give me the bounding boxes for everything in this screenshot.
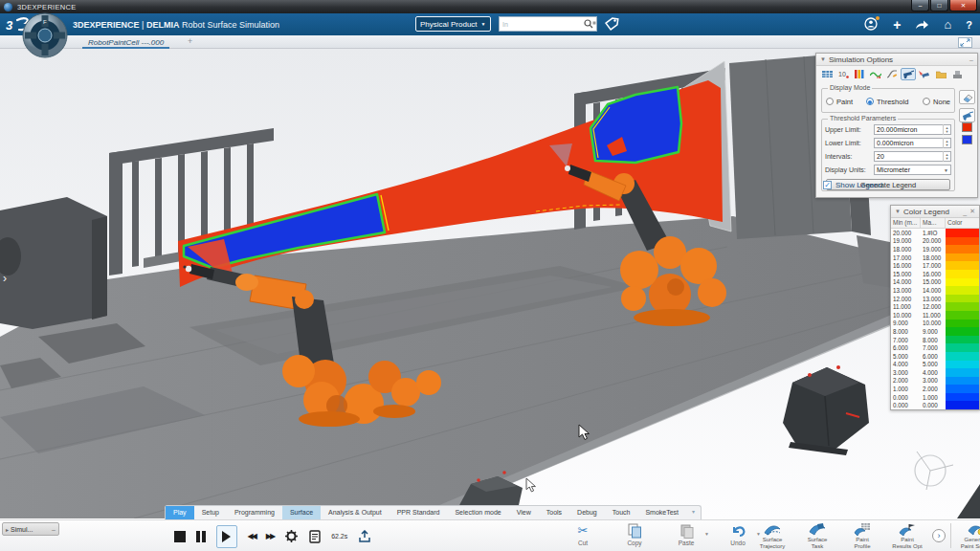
legend-row[interactable]: 5.0006.000: [891, 352, 979, 361]
search-box[interactable]: [499, 16, 597, 32]
paste-button[interactable]: Paste ▼: [670, 522, 702, 546]
undo-button[interactable]: Undo ▼: [722, 522, 754, 546]
context-dropdown[interactable]: Physical Product ▼: [415, 16, 491, 32]
home-icon[interactable]: ⌂: [944, 17, 951, 32]
display-units-dropdown[interactable]: Micrometer▼: [874, 165, 951, 175]
spray-brush-icon[interactable]: [959, 108, 975, 122]
tab-play[interactable]: Play: [166, 506, 194, 519]
legend-row[interactable]: 19.00020.000: [891, 237, 979, 246]
decimal-places-icon[interactable]: 10: [835, 68, 851, 80]
legend-bars-icon[interactable]: [852, 68, 867, 80]
legend-row[interactable]: 14.00015.000: [891, 278, 979, 287]
tab-ppr-standard[interactable]: PPR Standard: [390, 506, 448, 519]
coverage-report-icon[interactable]: [819, 68, 835, 80]
collapse-icon[interactable]: ▼: [820, 56, 826, 62]
legend-row[interactable]: 16.00017.000: [891, 261, 979, 270]
tab-debug[interactable]: Debug: [569, 506, 605, 519]
export-results-icon[interactable]: [358, 530, 371, 543]
simulation-options-header[interactable]: ▼ Simulation Options –: [816, 54, 977, 66]
legend-col-min[interactable]: Min (m...: [891, 218, 921, 228]
upper-limit-color-swatch[interactable]: [962, 122, 972, 132]
paint-profile-button[interactable]: Paint Profile: [842, 521, 882, 549]
document-tab[interactable]: RobotPaintCell ---.000: [82, 35, 169, 49]
close-button[interactable]: ✕: [949, 0, 977, 11]
panel-minimize-icon[interactable]: –: [969, 56, 973, 63]
tab-smoketest[interactable]: SmokeTest: [637, 506, 686, 519]
legend-row[interactable]: 2.0003.000: [891, 377, 979, 386]
spinner-control[interactable]: ▲▼: [943, 124, 950, 135]
legend-row[interactable]: 9.00010.000: [891, 320, 979, 328]
color-legend-header[interactable]: ▼ Color Legend _ ✕: [891, 206, 979, 218]
legend-row[interactable]: 18.00019.000: [891, 245, 979, 253]
legend-row[interactable]: 12.00013.000: [891, 295, 979, 303]
lower-limit-input[interactable]: [875, 140, 943, 146]
legend-row[interactable]: 15.00016.000: [891, 270, 979, 278]
tab-setup[interactable]: Setup: [194, 506, 227, 519]
copy-button[interactable]: Copy: [618, 522, 651, 546]
tab-analysis-output[interactable]: Analysis & Output: [321, 506, 390, 519]
show-legend-option[interactable]: ✓ Show Legend: [823, 181, 882, 189]
tab-surface[interactable]: Surface: [282, 506, 321, 519]
tabs-overflow-icon[interactable]: ▾: [686, 506, 701, 519]
search-icon[interactable]: [583, 18, 596, 30]
pause-button[interactable]: [196, 531, 206, 542]
step-backward-button[interactable]: ◀◀: [248, 532, 256, 540]
panel-close-icon[interactable]: ✕: [969, 208, 975, 215]
legend-row[interactable]: 13.00014.000: [891, 286, 979, 295]
legend-row[interactable]: 4.0005.000: [891, 361, 979, 369]
search-input[interactable]: [500, 21, 583, 28]
user-icon[interactable]: [864, 17, 879, 32]
share-icon[interactable]: [915, 18, 929, 31]
tab-view[interactable]: View: [509, 506, 539, 519]
legend-row[interactable]: 7.0008.000: [891, 336, 979, 344]
robot-compass-widget[interactable]: F: [21, 11, 69, 59]
legend-row[interactable]: 10.00011.000: [891, 311, 979, 320]
simulation-tray[interactable]: ▸ Simul... –: [2, 522, 59, 536]
checkbox-checked-icon[interactable]: ✓: [823, 181, 832, 189]
legend-row[interactable]: 20.0001.#IO: [891, 229, 979, 237]
spray-fan-icon[interactable]: [917, 68, 932, 80]
tab-tools[interactable]: Tools: [539, 506, 569, 519]
equipment-box-left[interactable]: [0, 197, 107, 329]
press-data-icon[interactable]: [949, 68, 965, 80]
intervals-input[interactable]: [875, 153, 943, 160]
signal-wave-icon[interactable]: [868, 68, 883, 80]
cut-button[interactable]: ✂ Cut: [567, 522, 599, 546]
minimize-button[interactable]: –: [911, 0, 929, 11]
add-icon[interactable]: +: [893, 17, 901, 33]
radio-none[interactable]: None: [923, 98, 950, 106]
folder-icon[interactable]: [933, 68, 948, 80]
paint-results-opt-button[interactable]: Paint Results Opt: [887, 521, 927, 549]
panel-minimize-icon[interactable]: _: [963, 209, 967, 215]
left-flyout-chevron-icon[interactable]: ›: [3, 272, 7, 285]
spinner-control[interactable]: ▲▼: [943, 151, 950, 162]
legend-row[interactable]: 17.00018.000: [891, 253, 979, 262]
paint-gun-icon[interactable]: [901, 68, 916, 80]
tab-selection-mode[interactable]: Selection mode: [447, 506, 508, 519]
eraser-icon[interactable]: [959, 90, 975, 104]
tray-minimize-icon[interactable]: –: [52, 526, 56, 533]
lower-limit-color-swatch[interactable]: [962, 135, 972, 144]
more-commands-button[interactable]: ›: [932, 529, 946, 542]
legend-row[interactable]: 0.0000.000: [891, 401, 979, 409]
legend-col-max[interactable]: Ma...: [921, 218, 946, 228]
legend-row[interactable]: 0.0001.000: [891, 393, 979, 402]
radio-paint[interactable]: Paint: [826, 98, 866, 106]
paste-dropdown-icon[interactable]: ▼: [704, 531, 709, 537]
tag-icon[interactable]: [604, 16, 620, 33]
step-forward-button[interactable]: ▶▶: [266, 532, 274, 540]
play-button[interactable]: [216, 525, 237, 548]
help-icon[interactable]: ?: [966, 19, 972, 31]
playback-settings-icon[interactable]: [284, 529, 299, 543]
tab-programming[interactable]: Programming: [227, 506, 282, 519]
simulation-report-icon[interactable]: [309, 530, 321, 543]
stop-button[interactable]: [174, 531, 186, 542]
legend-row[interactable]: 1.0002.000: [891, 385, 979, 393]
collapse-icon[interactable]: ▼: [895, 209, 901, 214]
maximize-button[interactable]: □: [930, 0, 948, 11]
profile-curve-icon[interactable]: [884, 68, 900, 80]
tab-touch[interactable]: Touch: [605, 506, 638, 519]
radio-threshold[interactable]: Threshold: [866, 98, 923, 106]
generate-paint-solver-button[interactable]: Generate Paint Solver: [956, 521, 980, 549]
upper-limit-input[interactable]: [875, 126, 943, 133]
